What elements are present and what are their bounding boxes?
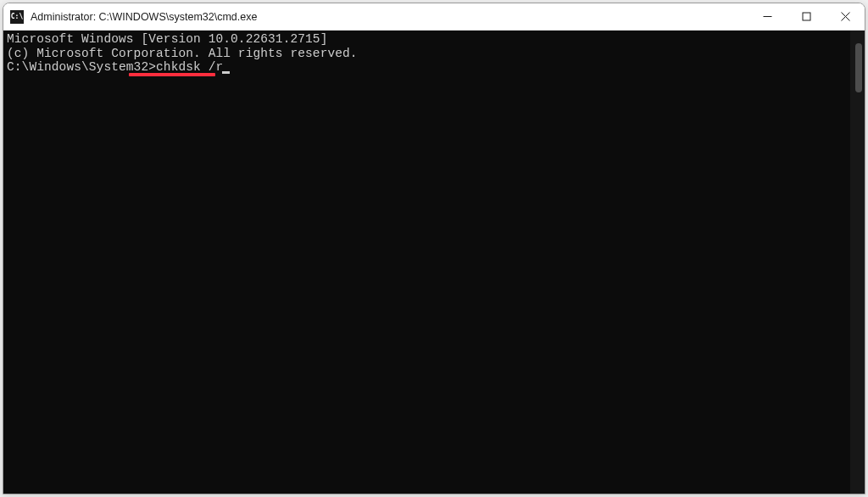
cmd-window: C:\ Administrator: C:\WINDOWS\system32\c… bbox=[3, 3, 865, 494]
prompt-text: C:\Windows\System32> bbox=[7, 60, 156, 74]
cmd-icon-text: C:\ bbox=[11, 14, 23, 20]
text-cursor bbox=[222, 71, 230, 74]
window-controls bbox=[748, 3, 865, 30]
terminal-content: Microsoft Windows [Version 10.0.22631.27… bbox=[3, 31, 865, 76]
minimize-button[interactable] bbox=[748, 3, 787, 30]
svg-rect-1 bbox=[803, 13, 810, 20]
minimize-icon bbox=[763, 12, 772, 21]
command-text: chkdsk /r bbox=[156, 60, 223, 74]
close-button[interactable] bbox=[826, 3, 865, 30]
vertical-scrollbar[interactable] bbox=[850, 31, 865, 494]
cmd-icon: C:\ bbox=[10, 10, 24, 24]
maximize-button[interactable] bbox=[787, 3, 826, 30]
maximize-icon bbox=[802, 12, 811, 21]
annotation-underline bbox=[129, 73, 215, 76]
terminal-output-line-2: (c) Microsoft Corporation. All rights re… bbox=[7, 47, 861, 61]
terminal-output-line-1: Microsoft Windows [Version 10.0.22631.27… bbox=[7, 32, 861, 47]
terminal-area[interactable]: Microsoft Windows [Version 10.0.22631.27… bbox=[3, 31, 865, 494]
close-icon bbox=[841, 12, 850, 21]
titlebar[interactable]: C:\ Administrator: C:\WINDOWS\system32\c… bbox=[3, 3, 865, 31]
terminal-prompt-line: C:\Windows\System32>chkdsk /r bbox=[7, 60, 230, 75]
scrollbar-thumb[interactable] bbox=[855, 43, 862, 92]
window-title: Administrator: C:\WINDOWS\system32\cmd.e… bbox=[31, 11, 748, 23]
